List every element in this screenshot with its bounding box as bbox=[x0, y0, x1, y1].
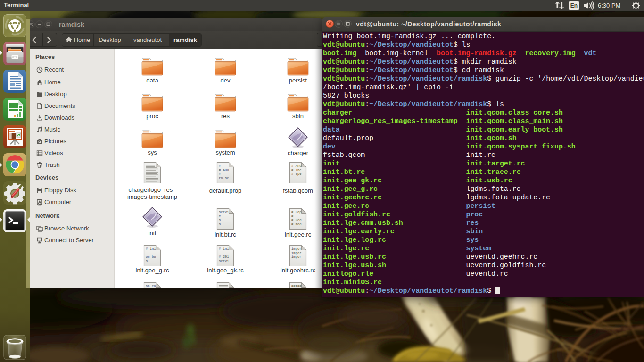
svg-text:# ini: # ini bbox=[219, 247, 229, 251]
svg-text:#: # bbox=[291, 214, 294, 218]
svg-text:on ea: on ea bbox=[146, 284, 156, 288]
svg-text:# 201: # 201 bbox=[219, 255, 229, 259]
svg-text:#####: ##### bbox=[291, 284, 302, 288]
svg-text:s: s bbox=[219, 218, 221, 222]
svg-text:# mod: # mod bbox=[291, 222, 302, 226]
svg-text:#: # bbox=[219, 164, 221, 168]
svg-text:# ini: # ini bbox=[146, 247, 156, 251]
svg-text:impor: impor bbox=[291, 251, 302, 255]
svg-text:# ADD: # ADD bbox=[219, 168, 229, 172]
svg-text:#: # bbox=[219, 172, 221, 176]
svg-text:# Cop: # Cop bbox=[291, 210, 302, 214]
svg-text:on bo: on bo bbox=[146, 255, 156, 259]
svg-text:s: s bbox=[219, 222, 221, 226]
svg-text:impor: impor bbox=[291, 247, 302, 251]
svg-text:# The: # The bbox=[291, 168, 302, 172]
svg-text:# Red: # Red bbox=[291, 218, 302, 222]
svg-text:s: s bbox=[146, 259, 148, 263]
svg-text:# And: # And bbox=[291, 164, 302, 168]
svg-text:# spe: # spe bbox=[291, 172, 302, 176]
svg-text:c: c bbox=[219, 214, 221, 218]
svg-text:impor: impor bbox=[291, 255, 302, 259]
svg-text:servi: servi bbox=[219, 210, 229, 214]
svg-text:ro.se: ro.se bbox=[219, 176, 229, 180]
svg-text:servi: servi bbox=[219, 259, 229, 263]
